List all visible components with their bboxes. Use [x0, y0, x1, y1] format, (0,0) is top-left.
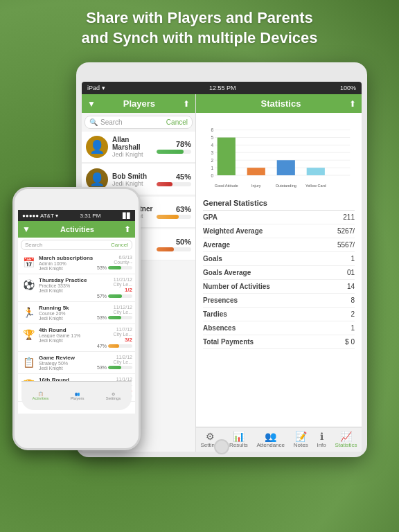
iphone-filter-icon[interactable]: ▼ [22, 224, 30, 234]
player-pct: 78% [176, 140, 191, 148]
activity-info: March subscriptions Admin 100% Jedi Knig… [39, 255, 97, 271]
page-heading: Share with Players and Parents and Synch… [0, 8, 399, 48]
player-info: Allan Marshall Jedi Knight [112, 136, 157, 158]
activity-icon-wrap: 🏆 [21, 327, 36, 342]
activity-pct-fill [108, 316, 121, 319]
activity-team: Jedi Knight [39, 338, 97, 343]
activity-pct: 53% [97, 365, 107, 370]
activity-right: 6/3/13 County-- 53% [97, 255, 132, 270]
ipad-home-button[interactable] [214, 439, 229, 454]
stats-row: Number of Activities 14 [203, 280, 355, 294]
activity-team: Jedi Knight [39, 366, 97, 371]
iphone-tab-bar: 📋 Activities 👥 Players ⚙ Settings [21, 381, 132, 410]
activity-name: 4th Round [39, 327, 97, 333]
activity-score: 3/2 [125, 337, 132, 343]
tab-statistics-label: Statistics [335, 442, 357, 448]
filter-icon[interactable]: ▼ [87, 99, 96, 109]
stats-row: Total Payments $ 0 [203, 335, 355, 349]
svg-text:2: 2 [211, 158, 213, 163]
activity-type: Practice 333% [39, 283, 97, 288]
activity-icon-wrap: 📅 [21, 255, 36, 270]
activity-right: 11/7/12 City Le... 3/2 47% [97, 327, 132, 348]
stats-section-title: General Statistics [203, 196, 355, 211]
tab-results-label: Results [229, 442, 248, 448]
stats-label: GPA [203, 213, 218, 221]
activity-score: 1/2 [125, 287, 132, 293]
stats-rows: GPA 211 Weighted Average 5267/ Average 5… [203, 211, 355, 349]
player-right: 50% [157, 238, 191, 251]
activity-info: Running 5k Course 20% Jedi Knight [39, 305, 97, 321]
player-team: Jedi Knight [112, 180, 157, 187]
players-search-bar: 🔍 Search Cancel [85, 116, 193, 129]
attendance-icon: 👥 [265, 431, 276, 442]
stats-value: 5267/ [337, 227, 355, 235]
stats-share-icon[interactable]: ⬆ [349, 99, 356, 109]
search-text[interactable]: Search [100, 118, 123, 126]
player-item[interactable]: 👤 Allan Marshall Jedi Knight 78% [82, 132, 195, 163]
iphone-tab-activities[interactable]: 📋 Activities [33, 391, 49, 400]
players-title: Players [96, 98, 183, 109]
svg-text:0: 0 [211, 173, 213, 178]
activity-item[interactable]: 🏃 Running 5k Course 20% Jedi Knight 11/1… [18, 302, 135, 324]
svg-text:Yellow Card: Yellow Card [305, 184, 326, 188]
iphone-cancel[interactable]: Cancel [111, 242, 128, 248]
activity-icon-wrap: 📋 [21, 355, 36, 370]
iphone-search-placeholder[interactable]: Search [25, 242, 42, 248]
svg-rect-16 [247, 168, 265, 175]
player-name: Bob Smith [112, 172, 157, 180]
cancel-button[interactable]: Cancel [166, 118, 188, 126]
activity-info: 4th Round League Game 11% Jedi Knight [39, 327, 97, 343]
activity-pct-bar [108, 316, 132, 319]
activity-pct-bar [108, 344, 132, 348]
stats-value: 2 [351, 310, 355, 318]
ipad-time: 12:55 PM [209, 85, 236, 91]
activity-team: Jedi Knight [39, 266, 97, 271]
stats-label: Average [203, 241, 230, 249]
player-right: 45% [157, 172, 191, 186]
ipad-tab-results[interactable]: 📊 Results [229, 431, 248, 448]
activity-icon-wrap: 🏃 [21, 305, 36, 320]
iphone-share-icon[interactable]: ⬆ [124, 224, 131, 234]
stats-row: Presences 8 [203, 294, 355, 308]
ipad-tab-statistics[interactable]: 📈 Statistics [335, 431, 357, 448]
activity-item[interactable]: ⚽ Thursday Practice Practice 333% Jedi K… [18, 274, 135, 302]
tab-info-label: Info [317, 442, 326, 448]
stats-value: 14 [347, 283, 355, 290]
iphone-tab-players[interactable]: 👥 Players [70, 391, 84, 400]
stats-value: $ 0 [345, 338, 355, 346]
pct-bar [157, 215, 191, 219]
activity-loc: City Le... [113, 332, 132, 337]
pct-fill [157, 182, 172, 186]
stats-row: Tardies 2 [203, 308, 355, 321]
activity-pct: 53% [97, 265, 107, 270]
activity-loc: City Le... [113, 360, 132, 364]
activity-name: Game Review [39, 355, 97, 361]
activity-team: Jedi Knight [39, 288, 97, 293]
activity-item[interactable]: 📋 Game Review Strategy 50% Jedi Knight 1… [18, 352, 135, 374]
activity-item[interactable]: 🏆 4th Round League Game 11% Jedi Knight … [18, 324, 135, 352]
activity-pct: 47% [97, 344, 107, 348]
iphone-tab-settings[interactable]: ⚙ Settings [106, 391, 121, 400]
ipad-tab-notes[interactable]: 📝 Notes [294, 431, 308, 448]
stats-row: Absences 1 [203, 321, 355, 335]
activity-date: 6/3/13 [119, 255, 132, 260]
activity-pct-fill [108, 266, 121, 269]
stats-value: 01 [347, 269, 355, 276]
activity-date: 11/7/12 [116, 327, 132, 332]
stats-value: 5567/ [337, 241, 355, 249]
tab-attendance-label: Attendance [257, 442, 285, 448]
stats-label: Total Payments [203, 338, 254, 346]
svg-text:6: 6 [211, 127, 213, 132]
activity-pct: 53% [97, 315, 107, 320]
player-name: Allan Marshall [112, 136, 157, 151]
iphone-battery: ▊▊ [123, 213, 131, 219]
activity-pct: 57% [97, 294, 107, 299]
stats-label: Presences [203, 296, 238, 304]
ipad-tab-attendance[interactable]: 👥 Attendance [257, 431, 285, 448]
activity-item[interactable]: 📅 March subscriptions Admin 100% Jedi Kn… [18, 252, 135, 274]
ipad-tab-info[interactable]: ℹ Info [317, 431, 326, 448]
share-icon[interactable]: ⬆ [183, 99, 190, 109]
svg-text:Injury: Injury [251, 184, 261, 188]
statistics-icon: 📈 [340, 431, 352, 442]
chart-area: 0123456Good AttitudeInjuryOutstandingYel… [196, 113, 362, 196]
